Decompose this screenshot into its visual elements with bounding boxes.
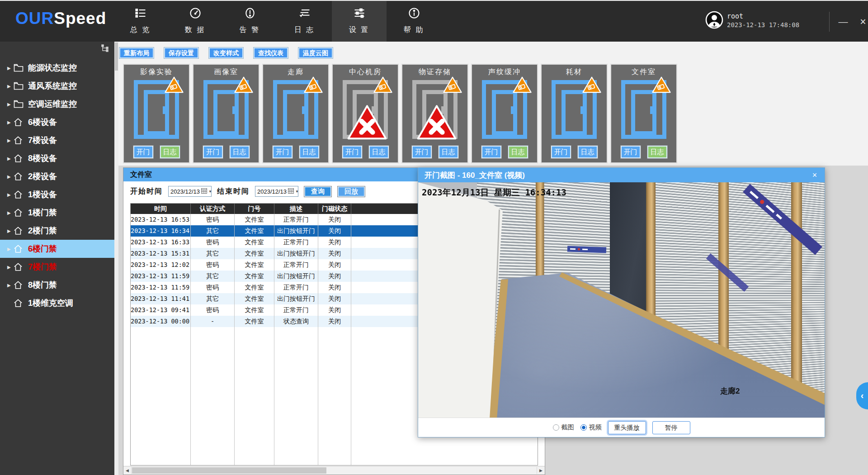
home-icon [14,280,24,290]
open-door-button[interactable]: 开门 [342,145,363,159]
cell-door: 文件室 [235,214,274,225]
toolbar-button[interactable]: 温度云图 [298,47,333,59]
sidebar-item[interactable]: ▶ 1楼维克空调 [0,294,114,312]
cell-desc: 出门按钮开门 [274,225,318,237]
snapshot-radio-icon[interactable] [553,424,559,431]
toolbar-button[interactable]: 改变样式 [208,47,244,59]
end-date-input[interactable]: 2023/12/13 ▼ [255,186,298,197]
expand-arrow-icon[interactable]: ▶ [7,174,14,179]
user-avatar[interactable] [705,11,723,31]
sidebar-item[interactable]: ▶ 通风系统监控 [0,77,114,95]
door-log-button[interactable]: 日志 [368,145,389,159]
nav-item-log[interactable]: 日 志 [277,1,332,42]
door-log-button[interactable]: 日志 [508,145,528,159]
expand-arrow-icon[interactable]: ▶ [7,102,14,107]
nav-item-data[interactable]: 数 据 [168,1,222,42]
expand-arrow-icon[interactable]: ▶ [7,265,14,270]
sidebar-item-label: 8楼设备 [28,153,57,164]
sidebar-item[interactable]: ▶ 2楼门禁 [0,222,114,240]
tree-view-icon[interactable] [101,44,110,54]
open-door-button[interactable]: 开门 [411,145,432,159]
door-icon [482,80,527,139]
nav-item-overview[interactable]: 总 览 [113,1,168,42]
door-card: 声纹缓冲 开门 日志 [471,64,538,163]
close-window-button[interactable]: × [855,14,868,30]
nav-label: 告 警 [222,25,277,35]
app-logo: OURSpeed [15,9,106,28]
vertical-scrollbar[interactable] [114,42,118,475]
open-door-button[interactable]: 开门 [620,145,641,159]
scroll-left-arrow[interactable]: ◀ [123,467,132,474]
sidebar-item[interactable]: ▶ 6楼门禁 [0,240,114,258]
open-door-button[interactable]: 开门 [133,145,154,159]
modal-titlebar[interactable]: 开门截图 - 160_文件室 (视频) × [418,168,825,182]
open-door-button[interactable]: 开门 [272,145,293,159]
sidebar-item[interactable]: ▶ 7楼设备 [0,131,114,149]
sidebar-item[interactable]: ▶ 6楼设备 [0,113,114,131]
scroll-right-arrow[interactable]: ▶ [537,467,545,474]
horizontal-scrollbar[interactable]: ◀ ▶ [123,466,545,475]
modal-close-button[interactable]: × [809,170,820,180]
nav-label: 总 览 [113,25,168,35]
dropdown-arrow-icon[interactable]: ▼ [295,190,299,194]
sidebar-item[interactable]: ▶ 2楼设备 [0,167,114,185]
expand-arrow-icon[interactable]: ▶ [7,138,14,143]
query-button[interactable]: 查询 [304,186,332,197]
door-card-actions: 开门 日志 [193,145,259,159]
nav-item-help[interactable]: 帮 助 [387,1,441,42]
toolbar-button[interactable]: 查找仪表 [253,47,288,59]
horizontal-scrollbar-thumb[interactable] [132,467,326,474]
expand-arrow-icon[interactable]: ▶ [7,210,14,215]
sidebar-item[interactable]: ▶ 7楼门禁 [0,258,114,276]
playback-button[interactable]: 回放 [337,186,365,197]
cell-door: 文件室 [235,304,274,316]
sidebar-item[interactable]: ▶ 1楼设备 [0,185,114,204]
expand-arrow-icon[interactable]: ▶ [7,120,14,125]
toolbar-button[interactable]: 重新布局 [119,47,154,59]
toolbar-button[interactable]: 保存设置 [164,47,199,59]
start-date-input[interactable]: 2023/12/13 ▼ [168,186,212,197]
door-log-button[interactable]: 日志 [577,145,598,159]
expand-arrow-icon[interactable]: ▶ [7,247,14,252]
divider [829,12,830,32]
door-log-button[interactable]: 日志 [299,145,320,159]
logo-part-our: OUR [15,9,54,28]
replay-button[interactable]: 重头播放 [608,421,646,434]
door-log-button[interactable]: 日志 [160,145,180,159]
video-radio-icon[interactable] [580,424,587,431]
open-door-button[interactable]: 开门 [551,145,571,159]
sidebar-item[interactable]: ▶ 8楼门禁 [0,276,114,294]
user-box: root 2023-12-13 17:48:08 — × [705,1,868,43]
sidebar-item[interactable]: ▶ 能源状态监控 [0,59,114,77]
door-card-actions: 开门 日志 [472,145,537,159]
expand-arrow-icon[interactable]: ▶ [7,283,14,288]
open-door-button[interactable]: 开门 [203,145,223,159]
expand-arrow-icon[interactable]: ▶ [7,84,14,89]
nav-item-settings[interactable]: 设 置 [332,1,387,42]
sidebar-item[interactable]: ▶ 空调运维监控 [0,95,114,113]
door-log-button[interactable]: 日志 [438,145,459,159]
sidebar-item-label: 1楼门禁 [28,207,57,218]
col-header-door: 门号 [235,204,274,214]
sidebar-item[interactable]: ▶ 1楼门禁 [0,204,114,222]
cell-time: 2023-12-13 16:53:27 [131,214,191,225]
snapshot-radio-option[interactable]: 截图 [553,423,574,432]
dropdown-arrow-icon[interactable]: ▼ [208,190,212,194]
cell-time: 2023-12-13 11:59:03 [131,282,191,293]
door-log-button[interactable]: 日志 [647,145,668,159]
expand-arrow-icon[interactable]: ▶ [7,228,14,233]
expand-arrow-icon[interactable]: ▶ [7,66,14,71]
open-door-button[interactable]: 开门 [481,145,502,159]
sidebar-item[interactable]: ▶ 8楼设备 [0,149,114,167]
expand-arrow-icon[interactable]: ▶ [7,192,14,197]
pause-button[interactable]: 暂停 [652,421,690,434]
expand-arrow-icon[interactable]: ▶ [7,156,14,161]
vertical-scrollbar-thumb[interactable] [115,43,118,71]
calendar-icon [201,187,207,195]
video-radio-option[interactable]: 视频 [580,423,602,432]
cell-time: 2023-12-13 09:41:12 [131,304,191,316]
minimize-button[interactable]: — [835,14,851,30]
door-card: 中心机房 开门 日志 [332,64,399,163]
nav-item-alarm[interactable]: 告 警 [222,1,277,42]
door-log-button[interactable]: 日志 [229,145,250,159]
